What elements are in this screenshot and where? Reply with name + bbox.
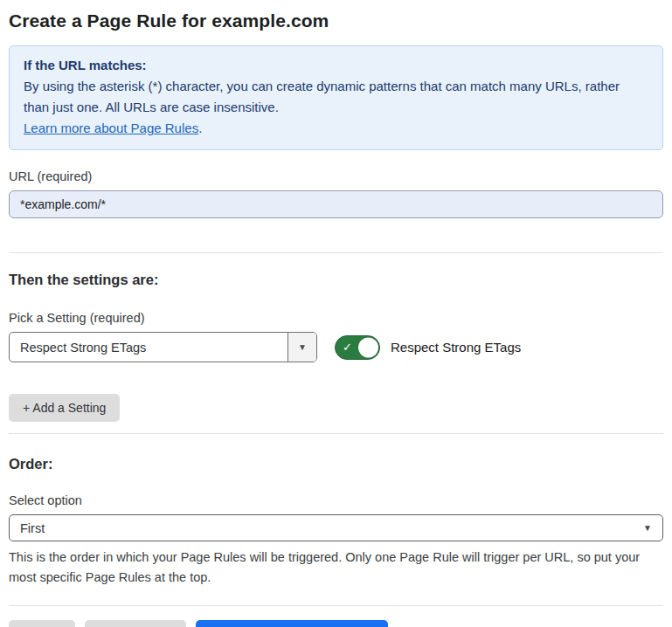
url-input[interactable]	[9, 190, 663, 218]
order-section-heading: Order:	[9, 456, 663, 472]
learn-more-link[interactable]: Learn more about Page Rules	[24, 121, 198, 135]
pick-setting-label: Pick a Setting (required)	[9, 311, 663, 325]
page-title: Create a Page Rule for example.com	[9, 10, 663, 31]
save-as-draft-button[interactable]: Save as Draft	[85, 620, 187, 627]
info-box-body: By using the asterisk (*) character, you…	[24, 76, 648, 118]
setting-dropdown[interactable]: Respect Strong ETags ▼	[9, 332, 317, 362]
order-help-text: This is the order in which your Page Rul…	[9, 548, 660, 588]
setting-toggle-label: Respect Strong ETags	[391, 340, 521, 355]
order-dropdown-value: First	[20, 521, 643, 535]
create-page-rule-panel: Create a Page Rule for example.com If th…	[0, 0, 672, 627]
section-divider	[9, 433, 663, 434]
toggle-knob	[358, 337, 378, 357]
settings-section-heading: Then the settings are:	[9, 272, 663, 288]
setting-row: Respect Strong ETags ▼ ✓ Respect Strong …	[9, 332, 663, 362]
section-divider	[9, 252, 663, 253]
save-and-deploy-button[interactable]: Save and Deploy Page Rule	[196, 620, 388, 627]
order-select-label: Select option	[9, 493, 663, 507]
order-dropdown[interactable]: First ▼	[9, 514, 663, 541]
url-field-label: URL (required)	[9, 169, 663, 183]
info-box-heading: If the URL matches:	[24, 55, 648, 76]
check-icon: ✓	[343, 341, 352, 354]
setting-dropdown-value: Respect Strong ETags	[10, 333, 288, 362]
footer-actions: Cancel Save as Draft Save and Deploy Pag…	[9, 620, 663, 627]
info-box-link-line: Learn more about Page Rules.	[24, 118, 648, 139]
chevron-down-icon: ▼	[643, 523, 652, 533]
url-match-info-box: If the URL matches: By using the asteris…	[9, 45, 663, 150]
setting-toggle[interactable]: ✓	[335, 335, 380, 360]
link-suffix: .	[198, 121, 202, 135]
add-setting-button[interactable]: + Add a Setting	[9, 394, 120, 422]
chevron-down-icon: ▼	[298, 342, 307, 352]
setting-dropdown-arrow-button[interactable]: ▼	[288, 333, 316, 362]
footer-divider	[9, 605, 663, 606]
cancel-button[interactable]: Cancel	[9, 620, 75, 627]
